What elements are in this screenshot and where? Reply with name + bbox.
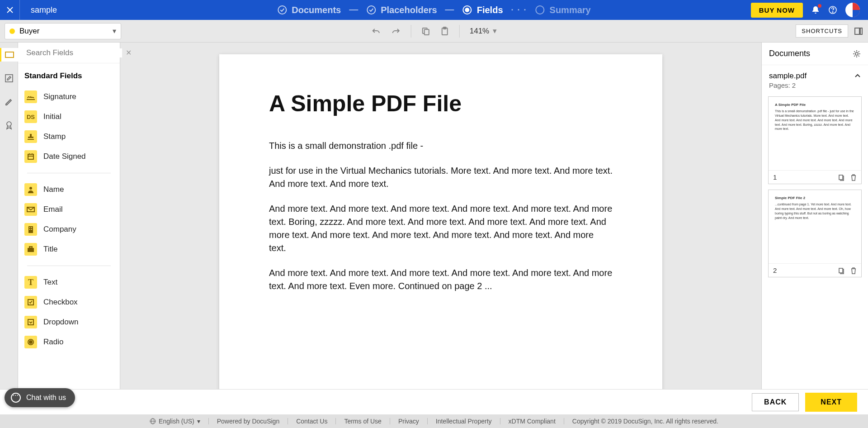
briefcase-icon <box>24 243 37 256</box>
field-text[interactable]: TText <box>24 272 113 292</box>
redo-button[interactable] <box>391 26 401 36</box>
empty-circle-icon <box>535 5 545 15</box>
buy-now-button[interactable]: BUY NOW <box>751 3 803 18</box>
duplicate-page-button[interactable] <box>838 267 845 274</box>
workflow-steps: Documents Placeholders Fields · · · Summ… <box>277 5 590 15</box>
search-fields-input[interactable] <box>26 48 122 57</box>
footer-terms-link[interactable]: Terms of Use <box>344 418 381 425</box>
trash-icon <box>850 174 857 181</box>
close-button[interactable] <box>0 0 20 20</box>
field-label: Signature <box>43 92 76 101</box>
field-title[interactable]: Title <box>24 239 113 259</box>
copy-button[interactable] <box>421 27 430 36</box>
field-radio[interactable]: Radio <box>24 332 113 352</box>
pen-square-icon <box>5 74 14 83</box>
paste-button[interactable] <box>440 27 449 36</box>
step-fields[interactable]: Fields <box>462 5 503 15</box>
search-fields-row: ✕ <box>18 43 120 63</box>
collapse-document-button[interactable] <box>854 74 861 78</box>
thumbnail-page-number: 2 <box>773 266 777 274</box>
field-label: Company <box>43 225 76 234</box>
field-label: Name <box>43 185 64 194</box>
field-initial[interactable]: DSInitial <box>24 107 113 127</box>
footer-separator <box>500 418 500 424</box>
field-divider <box>27 266 111 266</box>
page-thumbnail-1[interactable]: A Simple PDF File This is a small demons… <box>768 96 862 184</box>
field-checkbox[interactable]: Checkbox <box>24 292 113 312</box>
zoom-dropdown[interactable]: 141% ▾ <box>470 26 497 36</box>
field-dropdown[interactable]: Dropdown <box>24 312 113 332</box>
thumbnail-page-number: 1 <box>773 173 777 181</box>
radio-icon <box>24 336 37 348</box>
chat-label: Chat with us <box>26 394 66 402</box>
step-dots-icon: · · · <box>511 5 527 15</box>
field-date-signed[interactable]: Date Signed <box>24 147 113 166</box>
check-circle-icon <box>277 5 287 15</box>
language-selector[interactable]: English (US) ▾ <box>150 418 200 425</box>
document-canvas[interactable]: A Simple PDF File This is a small demons… <box>120 43 761 389</box>
svg-rect-23 <box>28 139 34 140</box>
help-button[interactable] <box>828 5 837 14</box>
step-divider <box>445 10 454 10</box>
documents-panel: Documents sample.pdf Pages: 2 A Simple P… <box>761 43 868 389</box>
custom-fields-tab[interactable] <box>0 71 18 85</box>
duplicate-icon <box>838 267 845 274</box>
top-bar: sample Documents Placeholders Fields · ·… <box>0 0 868 20</box>
step-summary[interactable]: Summary <box>535 5 591 15</box>
svg-rect-42 <box>839 175 843 180</box>
seal-tab[interactable] <box>0 119 18 132</box>
svg-point-28 <box>29 187 32 190</box>
ribbon-icon <box>5 121 13 130</box>
documents-settings-button[interactable] <box>853 50 861 58</box>
delete-page-button[interactable] <box>850 267 857 274</box>
thumbnail-preview: Simple PDF File 2 ...continued from page… <box>769 190 861 263</box>
field-label: Checkbox <box>43 298 78 307</box>
svg-rect-30 <box>28 226 33 233</box>
footer-contact-link[interactable]: Contact Us <box>296 418 327 425</box>
field-label: Radio <box>43 338 63 347</box>
field-company[interactable]: Company <box>24 219 113 239</box>
edit-tab[interactable] <box>0 95 18 109</box>
toolbar-divider <box>411 25 411 38</box>
check-circle-icon <box>366 5 376 15</box>
footer: English (US) ▾ Powered by DocuSign Conta… <box>0 414 868 428</box>
footer-privacy-link[interactable]: Privacy <box>398 418 419 425</box>
user-avatar[interactable] <box>845 3 860 17</box>
next-button[interactable]: NEXT <box>805 393 857 412</box>
text-icon: T <box>24 276 37 289</box>
field-name[interactable]: Name <box>24 180 113 200</box>
field-email[interactable]: Email <box>24 200 113 219</box>
document-page-1[interactable]: A Simple PDF File This is a small demons… <box>219 54 662 389</box>
calendar-icon <box>24 150 37 163</box>
duplicate-page-button[interactable] <box>838 174 845 181</box>
back-button[interactable]: BACK <box>752 393 799 411</box>
svg-rect-10 <box>425 29 429 35</box>
undo-button[interactable] <box>371 26 381 36</box>
doc-paragraph: This is a small demonstration .pdf file … <box>269 139 613 152</box>
svg-rect-36 <box>29 247 32 248</box>
dropdown-icon <box>24 316 37 328</box>
doc-heading: A Simple PDF File <box>269 90 613 117</box>
panels-icon <box>854 26 863 36</box>
field-signature[interactable]: Signature <box>24 87 113 107</box>
field-label: Text <box>43 278 57 287</box>
notifications-button[interactable] <box>811 5 820 14</box>
shortcuts-button[interactable]: SHORTCUTS <box>796 24 848 38</box>
step-documents[interactable]: Documents <box>277 5 341 15</box>
footer-xdtm-link[interactable]: xDTM Compliant <box>509 418 556 425</box>
page-thumbnail-2[interactable]: Simple PDF File 2 ...continued from page… <box>768 190 862 277</box>
recipient-dropdown[interactable]: Buyer ▾ <box>5 23 121 39</box>
field-stamp[interactable]: Stamp <box>24 127 113 147</box>
doc-paragraph: just for use in the Virtual Mechanics tu… <box>269 164 613 190</box>
step-placeholders[interactable]: Placeholders <box>366 5 437 15</box>
delete-page-button[interactable] <box>850 174 857 181</box>
chat-widget[interactable]: Chat with us <box>5 388 75 407</box>
thumbnail-footer: 1 <box>769 170 861 184</box>
standard-fields-tab[interactable] <box>0 48 18 62</box>
fields-list[interactable]: Standard Fields Signature DSInitial Stam… <box>18 63 120 389</box>
notification-dot <box>818 4 821 8</box>
step-label: Fields <box>477 5 503 15</box>
svg-point-5 <box>466 8 469 12</box>
panels-toggle-button[interactable] <box>854 26 863 36</box>
footer-ip-link[interactable]: Intellectual Property <box>436 418 492 425</box>
